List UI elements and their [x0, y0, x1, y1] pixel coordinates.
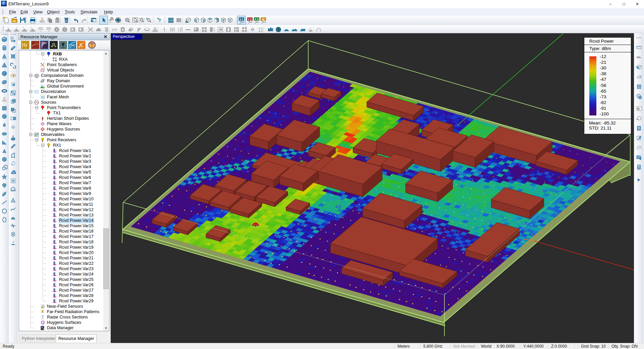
svg-text:-1: -1 [40, 30, 42, 32]
svg-text:P: P [172, 18, 173, 20]
svg-text:Z: Z [255, 18, 256, 21]
svg-text:?: ? [92, 19, 93, 22]
svg-text:2: 2 [31, 27, 32, 29]
svg-text:fx: fx [637, 107, 640, 111]
svg-text:1: 1 [8, 27, 9, 29]
svg-text:W: W [262, 18, 265, 21]
svg-text:2: 2 [16, 27, 17, 29]
svg-text:F: F [169, 21, 170, 23]
svg-text:X: X [257, 18, 259, 21]
svg-text:Z: Z [250, 18, 252, 21]
svg-text:o: o [186, 21, 187, 23]
svg-text:Y: Y [242, 18, 244, 21]
svg-text:X: X [239, 18, 241, 21]
svg-text:?: ? [158, 18, 161, 23]
svg-text:1: 1 [22, 27, 24, 29]
svg-text:Y: Y [248, 18, 250, 21]
svg-text:-2: -2 [48, 30, 50, 32]
svg-text:T: T [169, 18, 170, 20]
svg-text:K: K [172, 21, 173, 23]
